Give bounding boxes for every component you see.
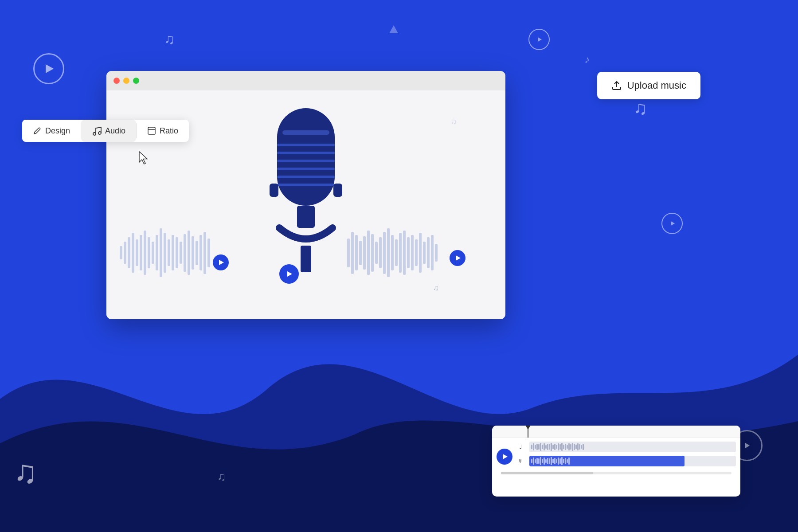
timeline-scrollbar-thumb bbox=[501, 472, 593, 474]
svg-rect-9 bbox=[277, 184, 335, 186]
timeline-track-music: ♩ bbox=[516, 442, 736, 452]
svg-point-15 bbox=[93, 133, 96, 135]
deco-play-circle-4 bbox=[661, 213, 683, 234]
microphone-container bbox=[235, 99, 377, 287]
svg-rect-12 bbox=[301, 246, 311, 272]
waveform-play-left[interactable] bbox=[213, 254, 229, 270]
tab-audio[interactable]: Audio bbox=[81, 120, 136, 142]
svg-rect-13 bbox=[270, 184, 278, 197]
svg-rect-3 bbox=[277, 108, 335, 206]
window-dot-green[interactable] bbox=[133, 78, 139, 84]
tab-ratio[interactable]: Ratio bbox=[137, 120, 189, 142]
upload-music-label: Upload music bbox=[627, 80, 686, 91]
music-track-waveform bbox=[529, 442, 736, 452]
svg-rect-11 bbox=[297, 206, 315, 228]
svg-rect-5 bbox=[277, 152, 335, 154]
upload-music-button[interactable]: Upload music bbox=[597, 72, 700, 99]
pen-icon bbox=[33, 126, 42, 135]
waveform-play-center[interactable] bbox=[279, 264, 299, 284]
deco-music-note-3: ♫ bbox=[217, 470, 226, 484]
deco-music-note-1: ♫ bbox=[164, 31, 175, 47]
deco-play-circle-3 bbox=[528, 29, 550, 50]
timeline-track-voice: 🎙 bbox=[516, 456, 736, 466]
play-triangle-icon bbox=[46, 64, 54, 73]
play-icon-right bbox=[456, 255, 461, 261]
upload-icon bbox=[611, 80, 622, 91]
svg-rect-14 bbox=[333, 184, 342, 197]
voice-track-waveform bbox=[529, 456, 736, 466]
toolbar-tabs: Design Audio Ratio bbox=[22, 120, 189, 142]
play-triangle-icon-3 bbox=[538, 37, 542, 42]
timeline-scrollbar[interactable] bbox=[501, 472, 732, 474]
play-triangle-icon-4 bbox=[671, 221, 675, 226]
play-icon-br bbox=[743, 442, 751, 449]
svg-rect-7 bbox=[277, 168, 335, 170]
play-icon-left bbox=[219, 260, 224, 265]
svg-rect-6 bbox=[277, 160, 335, 162]
timeline-panel: ♩ bbox=[492, 426, 740, 497]
main-window: ♫ ♫ ♫ bbox=[106, 71, 505, 319]
deco-triangle-tr bbox=[388, 24, 399, 35]
ratio-icon bbox=[147, 126, 156, 135]
tab-design[interactable]: Design bbox=[22, 120, 81, 142]
play-icon-center bbox=[287, 271, 292, 277]
svg-rect-4 bbox=[277, 144, 335, 146]
microphone-svg bbox=[235, 99, 377, 286]
tab-ratio-label: Ratio bbox=[160, 126, 178, 136]
svg-rect-8 bbox=[277, 176, 335, 178]
voice-track-icon: 🎙 bbox=[516, 458, 525, 464]
tab-audio-label: Audio bbox=[105, 126, 125, 136]
timeline-playhead bbox=[528, 426, 528, 438]
window-titlebar bbox=[106, 71, 505, 90]
music-track-icon: ♩ bbox=[516, 443, 525, 450]
svg-point-16 bbox=[98, 132, 101, 134]
svg-marker-1 bbox=[745, 443, 750, 448]
deco-play-circle-1 bbox=[33, 53, 64, 84]
window-deco-note-3: ♫ bbox=[433, 283, 439, 293]
timeline-tracks: ♩ bbox=[492, 438, 740, 480]
timeline-header bbox=[492, 426, 740, 438]
svg-rect-17 bbox=[148, 127, 155, 134]
svg-rect-10 bbox=[282, 130, 329, 135]
timeline-play-button[interactable] bbox=[497, 449, 512, 465]
deco-music-note-tr: ♫ bbox=[634, 98, 648, 119]
waveform-play-right[interactable] bbox=[450, 250, 466, 266]
music-tab-icon bbox=[92, 126, 102, 136]
tab-design-label: Design bbox=[45, 126, 70, 136]
window-dot-red[interactable] bbox=[113, 78, 120, 84]
timeline-play-icon bbox=[503, 454, 508, 459]
deco-music-note-2: ♪ bbox=[584, 53, 590, 66]
window-dot-yellow[interactable] bbox=[123, 78, 129, 84]
window-deco-note-2: ♫ bbox=[451, 117, 457, 126]
deco-music-note-lg: ♫ bbox=[13, 456, 37, 488]
svg-marker-0 bbox=[389, 25, 398, 33]
